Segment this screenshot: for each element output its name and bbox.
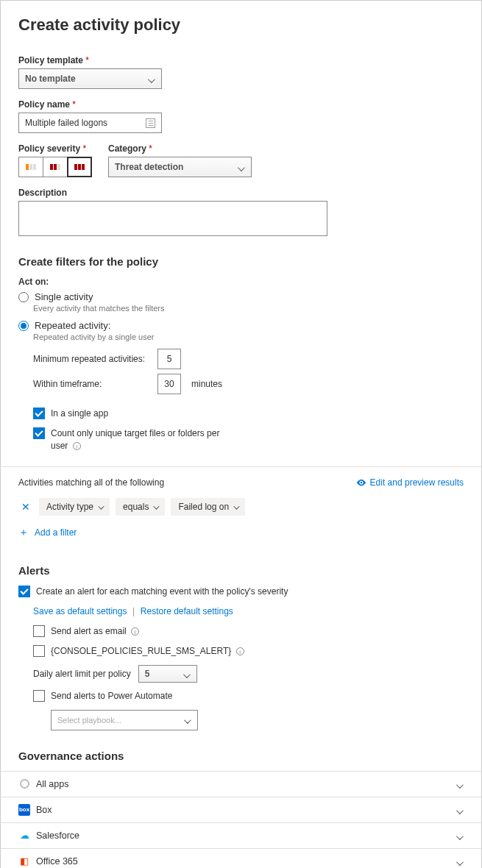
chevron-down-icon [98,502,102,512]
gov-item-label: Box [36,805,52,815]
chevron-down-icon [456,780,464,788]
severity-buttongroup [18,157,92,177]
single-app-checkbox[interactable] [33,408,45,419]
chevron-down-icon [183,670,191,677]
repeated-activity-radio[interactable] [18,321,29,331]
daily-limit-label: Daily alert limit per policy [33,669,131,679]
within-timeframe-unit: minutes [191,379,222,389]
svg-point-0 [360,482,362,484]
send-email-checkbox[interactable] [33,625,45,637]
category-value: Threat detection [115,162,183,172]
filter-value-text: Failed log on [178,502,229,512]
gov-item-office365[interactable]: ◧Office 365 [1,848,481,868]
create-alert-checkbox[interactable] [18,586,30,597]
chevron-down-icon [456,806,464,814]
edit-preview-text: Edit and preview results [370,477,464,488]
repeated-activity-sub: Repeated activity by a single user [33,332,464,341]
plus-icon: ＋ [18,526,29,539]
info-icon[interactable]: i [131,627,139,636]
severity-med-button[interactable] [43,157,68,177]
gov-item-label: Salesforce [36,830,79,841]
eye-icon [356,477,366,488]
min-activities-value: 5 [167,354,172,364]
policy-template-label: Policy template [18,55,464,65]
daily-limit-dropdown[interactable]: 5 [138,665,197,683]
add-filter-button[interactable]: ＋ Add a filter [18,526,464,539]
add-filter-label: Add a filter [35,527,77,538]
form-icon: ☰ [146,118,155,128]
filters-section-title: Create filters for the policy [18,255,464,268]
single-activity-sub: Every activity that matches the filters [33,304,464,313]
activities-matching-label: Activities matching all of the following [18,477,164,488]
single-activity-radio[interactable] [18,292,29,302]
governance-section-title: Governance actions [18,750,464,762]
chevron-down-icon [456,832,464,839]
create-alert-label: Create an alert for each matching event … [36,586,288,598]
repeated-activity-label: Repeated activity: [35,320,110,331]
save-default-link[interactable]: Save as default settings [33,606,127,616]
alerts-section-title: Alerts [18,564,464,577]
chevron-down-icon [153,502,157,512]
edit-preview-link[interactable]: Edit and preview results [356,477,464,488]
office365-icon: ◧ [18,855,30,867]
gov-item-salesforce[interactable]: ☁Salesforce [1,822,481,848]
chevron-down-icon [233,502,238,512]
filter-field-dropdown[interactable]: Activity type [39,498,110,516]
policy-name-label: Policy name [18,99,464,110]
act-on-label: Act on: [18,277,464,287]
policy-severity-label: Policy severity [18,143,92,154]
info-icon[interactable]: i [73,442,81,450]
salesforce-icon: ☁ [18,830,30,842]
severity-low-button[interactable] [18,157,43,177]
chevron-down-icon [184,716,191,724]
info-icon[interactable]: i [236,647,244,655]
single-app-label: In a single app [51,408,108,420]
gov-item-label: All apps [36,779,68,789]
severity-high-button[interactable] [67,157,92,177]
gov-item-box[interactable]: boxBox [1,797,481,822]
unique-files-label: Count only unique target files or folder… [51,427,220,452]
chevron-down-icon [456,858,464,865]
single-activity-label: Single activity [35,291,93,302]
playbook-dropdown[interactable]: Select playbook... [51,710,198,730]
within-timeframe-value: 30 [164,379,174,389]
page-title: Create activity policy [18,15,464,35]
send-sms-checkbox[interactable] [33,645,45,657]
remove-filter-button[interactable]: ✕ [18,501,33,513]
min-activities-label: Minimum repeated activities: [33,354,147,364]
box-icon: box [18,804,30,816]
gov-item-allapps[interactable]: All apps [1,771,481,797]
category-dropdown[interactable]: Threat detection [108,157,252,177]
unique-files-checkbox[interactable] [33,427,45,439]
daily-limit-value: 5 [145,669,150,679]
within-timeframe-input[interactable]: 30 [157,374,181,394]
chevron-down-icon [238,163,245,171]
within-timeframe-label: Within timeframe: [33,379,147,389]
policy-template-dropdown[interactable]: No template [18,68,162,89]
filter-op-value: equals [123,502,149,512]
filter-op-dropdown[interactable]: equals [116,498,165,516]
filter-value-dropdown[interactable]: Failed log on [171,498,245,516]
description-label: Description [18,188,464,198]
min-activities-input[interactable]: 5 [157,349,181,369]
category-label: Category [108,143,252,154]
send-email-label: Send alert as email i [51,625,139,638]
gov-item-label: Office 365 [36,856,78,867]
chevron-down-icon [148,75,155,82]
send-sms-label: {CONSOLE_POLICIES_RULE_SMS_ALERT} i [51,645,244,658]
description-textarea[interactable] [18,201,327,236]
power-automate-label: Send alerts to Power Automate [51,690,172,702]
playbook-placeholder: Select playbook... [57,716,121,725]
policy-template-value: No template [25,74,76,84]
allapps-icon [18,778,30,790]
policy-name-input[interactable]: Multiple failed logons ☰ [18,113,162,133]
power-automate-checkbox[interactable] [33,690,45,702]
restore-default-link[interactable]: Restore default settings [141,606,233,616]
policy-name-value: Multiple failed logons [25,118,107,128]
separator: | [132,606,135,616]
filter-field-value: Activity type [46,502,93,512]
